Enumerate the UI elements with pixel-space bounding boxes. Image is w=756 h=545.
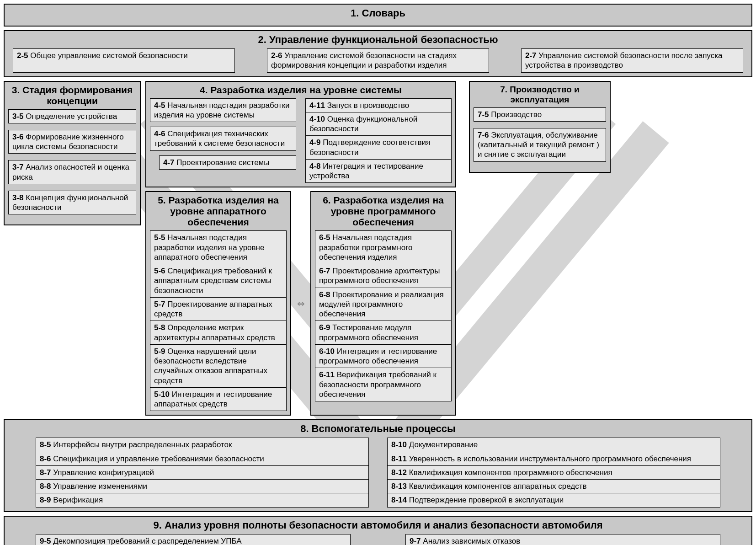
item-5-7: 5-7 Проектирование аппаратных средств [150,298,287,321]
item-9-5: 9-5 Декомпозиция требований с распределе… [36,534,351,545]
item-3-6: 3-6 Формирование жизненного цикла систем… [8,130,136,154]
section-3-title: 3. Стадия формирования концепции [8,84,136,109]
item-4-6: 4-6 Спецификация технических требований … [150,127,296,151]
section-4: 4. Разработка изделия на уровне системы … [145,81,456,188]
item-4-10: 4-10 Оценка функциональной безопасности [305,112,452,136]
item-6-10: 6-10 Интеграция и тестирование программн… [315,345,452,369]
item-8-6: 8-6 Спецификация и управление требования… [36,452,369,466]
item-8-10: 8-10 Документирование [387,438,720,452]
item-8-7: 8-7 Управление конфигурацией [36,466,369,480]
section-8-title: 8. Вспомогательные процессы [8,422,748,438]
item-6-5: 6-5 Начальная подстадия разработки прогр… [315,230,452,264]
item-7-6: 7-6 Эксплуатация, обслуживание (капиталь… [474,128,606,162]
item-2-5: 2-5 Общее управление системой безопаснос… [13,48,235,73]
item-8-8: 8-8 Управление изменениями [36,480,369,493]
section-9: 9. Анализ уровня полноты безопасности ав… [4,516,752,545]
item-4-5: 4-5 Начальная подстадия разработки издел… [150,98,296,123]
item-8-5: 8-5 Интерфейсы внутри распределенных раз… [36,438,369,452]
item-7-5: 7-5 Производство [474,107,606,122]
item-8-11: 8-11 Уверенность в использовании инструм… [387,452,720,466]
item-6-8: 6-8 Проектирование и реализация модулей … [315,288,452,321]
item-6-11: 6-11 Верификация требований к безопаснос… [315,368,452,401]
item-5-10: 5-10 Интеграция и тестирование аппаратны… [150,388,287,411]
item-5-8: 5-8 Определение метрик архитектуры аппар… [150,321,287,345]
section-7: 7. Производство и эксплуатация 7-5 Произ… [469,81,611,173]
section-1: 1. Словарь [4,4,752,27]
item-4-11: 4-11 Запуск в производство [305,98,452,112]
item-6-9: 6-9 Тестирование модуля программного обе… [315,321,452,345]
item-2-7: 2-7 Управление системой безопасности пос… [521,48,743,73]
section-8: 8. Вспомогательные процессы 8-5 Интерфей… [4,419,752,512]
section-1-title: 1. Словарь [8,6,748,22]
item-5-6: 5-6 Спецификация требований к аппаратным… [150,264,287,298]
section-2: 2. Управление функциональной безопасност… [4,30,752,77]
item-8-14: 8-14 Подтверждение проверкой в эксплуата… [387,493,720,507]
section-3: 3. Стадия формирования концепции 3-5 Опр… [4,81,141,226]
mid-grid: 3. Стадия формирования концепции 3-5 Опр… [4,81,752,416]
item-8-13: 8-13 Квалификация компонентов аппаратных… [387,480,720,493]
section-5: 5. Разработка изделия на уровне аппаратн… [145,191,291,416]
item-4-8: 4-8 Интеграция и тестирование устройства [305,160,452,183]
section-6-title: 6. Разработка изделия на уровне программ… [315,194,452,230]
section-2-title: 2. Управление функциональной безопасност… [8,33,748,48]
item-6-7: 6-7 Проектирование архитектуры программн… [315,264,452,288]
item-9-7: 9-7 Анализ зависимых отказов [405,534,720,545]
section-6: 6. Разработка изделия на уровне программ… [310,191,456,416]
bidirectional-arrow-icon: ⇔ [294,191,308,416]
section-9-title: 9. Анализ уровня полноты безопасности ав… [8,518,748,534]
item-5-9: 5-9 Оценка нарушений цели безопас­ности … [150,345,287,388]
item-3-7: 3-7 Анализ опасностей и оценка риска [8,160,136,184]
item-4-7: 4-7 Проектирование системы [159,155,296,170]
item-5-5: 5-5 Начальная подстадия разработки издел… [150,230,287,264]
item-4-9: 4-9 Подтверждение соответствия безопасно… [305,136,452,160]
section-5-title: 5. Разработка изделия на уровне аппаратн… [150,194,287,230]
item-8-12: 8-12 Квалификация компонентов программно… [387,466,720,480]
section-4-title: 4. Разработка изделия на уровне системы [150,84,452,98]
item-3-8: 3-8 Концепция функциональной безопасност… [8,191,136,215]
item-3-5: 3-5 Определение устройства [8,109,136,123]
item-8-9: 8-9 Верификация [36,493,369,507]
item-2-6: 2-6 Управление системой безопасности на … [267,48,489,73]
section-7-title: 7. Производство и эксплуатация [474,84,606,107]
